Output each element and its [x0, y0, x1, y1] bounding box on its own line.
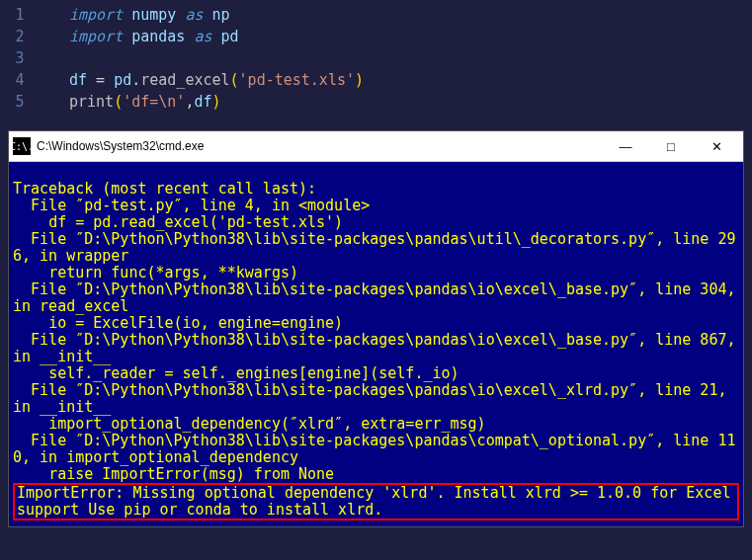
titlebar[interactable]: C:\. C:\Windows\System32\cmd.exe — □ ✕	[9, 131, 743, 162]
code-editor[interactable]: 1import numpy as np2import pandas as pd3…	[0, 0, 752, 122]
line-number: 3	[0, 47, 40, 69]
line-content	[40, 47, 69, 69]
terminal-output[interactable]: Traceback (most recent call last): File …	[9, 162, 743, 526]
line-number: 5	[0, 91, 40, 113]
cmd-icon: C:\.	[13, 137, 31, 155]
line-content: import numpy as np	[40, 4, 230, 26]
line-content: print('df=\n',df)	[40, 91, 221, 113]
terminal-window: C:\. C:\Windows\System32\cmd.exe — □ ✕ T…	[8, 130, 744, 527]
window-title: C:\Windows\System32\cmd.exe	[37, 139, 603, 153]
line-number: 2	[0, 26, 40, 47]
editor-line[interactable]: 5print('df=\n',df)	[0, 91, 752, 113]
traceback-text: Traceback (most recent call last): File …	[13, 180, 745, 483]
minimize-button[interactable]: —	[603, 131, 648, 161]
close-button[interactable]: ✕	[694, 131, 739, 161]
line-number: 1	[0, 4, 40, 26]
editor-line[interactable]: 4df = pd.read_excel('pd-test.xls')	[0, 69, 752, 91]
maximize-button[interactable]: □	[648, 131, 694, 161]
line-number: 4	[0, 69, 40, 91]
line-content: import pandas as pd	[40, 26, 239, 47]
editor-line[interactable]: 1import numpy as np	[0, 4, 752, 26]
line-content: df = pd.read_excel('pd-test.xls')	[40, 69, 364, 91]
editor-line[interactable]: 2import pandas as pd	[0, 26, 752, 47]
error-highlight: ImportError: Missing optional dependency…	[13, 483, 739, 520]
editor-line[interactable]: 3	[0, 47, 752, 69]
